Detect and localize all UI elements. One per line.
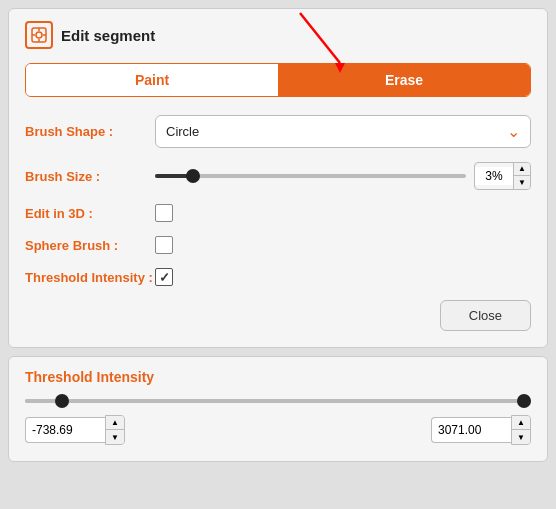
brush-size-label: Brush Size :: [25, 169, 155, 184]
brush-size-track[interactable]: [155, 174, 466, 178]
edit-segment-icon: [25, 21, 53, 49]
sphere-brush-checkbox[interactable]: [155, 236, 173, 254]
threshold-min-group: ▲ ▼: [25, 415, 125, 445]
threshold-max-down-btn[interactable]: ▼: [512, 430, 530, 444]
brush-size-down-btn[interactable]: ▼: [514, 176, 530, 189]
paint-tab[interactable]: Paint: [26, 64, 278, 96]
threshold-inputs-row: ▲ ▼ ▲ ▼: [25, 415, 531, 445]
brush-size-thumb[interactable]: [186, 169, 200, 183]
brush-size-spin: ▲ ▼: [474, 162, 531, 190]
brush-shape-row: Brush Shape : Circle ⌄: [25, 115, 531, 148]
threshold-max-up-btn[interactable]: ▲: [512, 416, 530, 430]
mode-tabs: Paint Erase: [25, 63, 531, 97]
edit-segment-panel: Edit segment Paint Erase Brush Shape : C…: [8, 8, 548, 348]
checkmark-icon: ✓: [159, 270, 170, 285]
close-button-row: Close: [25, 300, 531, 331]
svg-marker-1: [335, 63, 345, 73]
brush-size-input[interactable]: [475, 167, 513, 185]
threshold-min-down-btn[interactable]: ▼: [106, 430, 124, 444]
brush-shape-select[interactable]: Circle ⌄: [155, 115, 531, 148]
panel-header: Edit segment: [25, 21, 531, 49]
threshold-max-group: ▲ ▼: [431, 415, 531, 445]
close-button[interactable]: Close: [440, 300, 531, 331]
threshold-min-spin-buttons: ▲ ▼: [105, 415, 125, 445]
threshold-thumb-left[interactable]: [55, 394, 69, 408]
threshold-panel: Threshold Intensity ▲ ▼ ▲ ▼: [8, 356, 548, 462]
edit-in-3d-label: Edit in 3D :: [25, 206, 155, 221]
threshold-min-up-btn[interactable]: ▲: [106, 416, 124, 430]
chevron-down-icon: ⌄: [507, 122, 520, 141]
threshold-fill: [25, 399, 531, 403]
threshold-intensity-checkbox[interactable]: ✓: [155, 268, 173, 286]
brush-size-slider-container: ▲ ▼: [155, 162, 531, 190]
threshold-thumb-right[interactable]: [517, 394, 531, 408]
brush-size-spin-buttons: ▲ ▼: [513, 163, 530, 189]
brush-size-up-btn[interactable]: ▲: [514, 163, 530, 176]
svg-point-3: [36, 32, 42, 38]
threshold-panel-title: Threshold Intensity: [25, 369, 531, 385]
sphere-brush-row: Sphere Brush :: [25, 236, 531, 254]
threshold-max-input[interactable]: [431, 417, 511, 443]
threshold-intensity-row: Threshold Intensity : ✓: [25, 268, 531, 286]
edit-in-3d-row: Edit in 3D :: [25, 204, 531, 222]
threshold-track[interactable]: [25, 399, 531, 403]
threshold-max-spin-buttons: ▲ ▼: [511, 415, 531, 445]
threshold-min-input[interactable]: [25, 417, 105, 443]
panel-title: Edit segment: [61, 27, 155, 44]
brush-size-row: Brush Size : ▲ ▼: [25, 162, 531, 190]
brush-shape-value: Circle: [166, 124, 507, 139]
arrow-annotation: [290, 8, 370, 73]
threshold-slider-row: [25, 399, 531, 403]
svg-line-0: [300, 13, 340, 63]
brush-shape-label: Brush Shape :: [25, 124, 155, 139]
edit-in-3d-checkbox[interactable]: [155, 204, 173, 222]
threshold-intensity-label: Threshold Intensity :: [25, 270, 155, 285]
sphere-brush-label: Sphere Brush :: [25, 238, 155, 253]
